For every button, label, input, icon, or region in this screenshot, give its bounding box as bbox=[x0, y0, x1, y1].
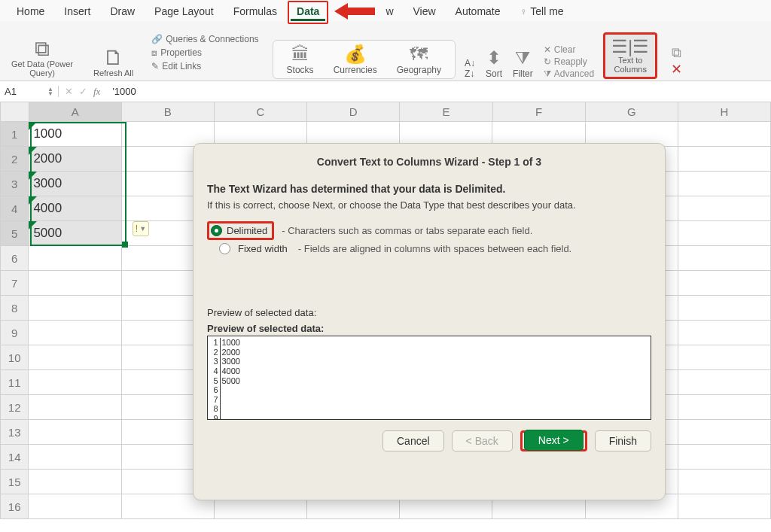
text-to-columns-button[interactable]: ☰|☰ Text to Columns bbox=[608, 36, 652, 75]
radio-delimited[interactable] bbox=[211, 225, 222, 236]
col-head-H[interactable]: H bbox=[678, 102, 771, 122]
col-head-F[interactable]: F bbox=[493, 102, 586, 122]
next-button[interactable]: Next > bbox=[524, 430, 584, 451]
cell[interactable] bbox=[29, 321, 121, 345]
cancel-button[interactable]: Cancel bbox=[382, 430, 444, 451]
col-head-C[interactable]: C bbox=[215, 102, 307, 122]
col-head-A[interactable]: A bbox=[29, 102, 122, 122]
row-head[interactable]: 12 bbox=[0, 395, 29, 420]
row-head[interactable]: 2 bbox=[0, 147, 29, 172]
cell-A2[interactable]: 2000 bbox=[29, 147, 121, 172]
row-head[interactable]: 8 bbox=[0, 296, 29, 321]
cell[interactable] bbox=[678, 494, 771, 519]
radio-delimited-desc: - Characters such as commas or tabs sepa… bbox=[282, 225, 532, 236]
accept-formula-icon[interactable]: ✓ bbox=[79, 86, 87, 97]
cell[interactable] bbox=[678, 321, 771, 345]
group-data-tools-extra[interactable]: ⧉ ✕ bbox=[666, 26, 687, 79]
queries-connections-button[interactable]: 🔗Queries & Connections bbox=[151, 34, 258, 44]
row-head[interactable]: 4 bbox=[0, 196, 29, 221]
cell-A3[interactable]: 3000 bbox=[29, 172, 121, 196]
row-head[interactable]: 9 bbox=[0, 321, 29, 345]
cell[interactable] bbox=[678, 122, 771, 147]
error-smart-tag[interactable]: !▼ bbox=[133, 221, 149, 236]
row-head[interactable]: 16 bbox=[0, 494, 29, 519]
cell[interactable] bbox=[29, 395, 121, 420]
data-type-currencies[interactable]: 💰Currencies bbox=[334, 44, 377, 75]
radio-fixed-row[interactable]: Fixed width - Fields are aligned in colu… bbox=[207, 243, 651, 254]
group-get-data[interactable]: ⧉ Get Data (Power Query) bbox=[5, 26, 80, 79]
tab-page-layout[interactable]: Page Layout bbox=[145, 2, 223, 23]
row-head[interactable]: 5 bbox=[0, 221, 29, 246]
tab-home[interactable]: Home bbox=[8, 2, 53, 23]
cell[interactable] bbox=[29, 470, 121, 494]
reapply-button[interactable]: ↻Reapply bbox=[544, 56, 594, 67]
row-head[interactable]: 11 bbox=[0, 370, 29, 395]
group-refresh-all[interactable]: 🗋 Refresh All bbox=[89, 26, 138, 79]
name-box-stepper[interactable]: ▲▼ bbox=[47, 87, 53, 96]
cell[interactable] bbox=[29, 246, 121, 271]
cell[interactable] bbox=[678, 246, 771, 271]
row-head[interactable]: 14 bbox=[0, 445, 29, 470]
data-type-geography[interactable]: 🗺Geography bbox=[397, 44, 441, 75]
clear-filter-button[interactable]: ✕Clear bbox=[544, 44, 594, 55]
advanced-button[interactable]: ⧩Advanced bbox=[544, 68, 594, 79]
cell-A1[interactable]: 1000 bbox=[29, 122, 121, 147]
cell[interactable] bbox=[29, 370, 121, 395]
finish-button[interactable]: Finish bbox=[595, 430, 651, 451]
fx-icon[interactable]: fx bbox=[93, 86, 100, 98]
edit-links-button[interactable]: ✎Edit Links bbox=[151, 61, 201, 71]
tab-draw[interactable]: Draw bbox=[101, 2, 144, 23]
sort-az-button[interactable]: A↓Z↓ bbox=[465, 58, 475, 79]
row-head[interactable]: 7 bbox=[0, 271, 29, 296]
cell[interactable] bbox=[678, 420, 771, 445]
row-head[interactable]: 10 bbox=[0, 345, 29, 370]
back-button[interactable]: < Back bbox=[452, 430, 513, 451]
col-head-E[interactable]: E bbox=[400, 102, 492, 122]
sort-button[interactable]: ⬍Sort bbox=[486, 47, 502, 79]
cell[interactable] bbox=[678, 221, 771, 246]
cell[interactable] bbox=[29, 420, 121, 445]
tab-view[interactable]: View bbox=[404, 2, 445, 23]
col-head-B[interactable]: B bbox=[122, 102, 215, 122]
row-head[interactable]: 6 bbox=[0, 246, 29, 271]
tab-tell-me[interactable]: ♀Tell me bbox=[511, 2, 573, 23]
cell[interactable] bbox=[678, 271, 771, 296]
tab-review-obscured[interactable]: w bbox=[376, 2, 402, 23]
row-head[interactable]: 13 bbox=[0, 420, 29, 445]
select-all-corner[interactable] bbox=[0, 102, 29, 122]
cell[interactable] bbox=[678, 147, 771, 172]
row-head[interactable]: 3 bbox=[0, 172, 29, 196]
cell[interactable] bbox=[29, 271, 121, 296]
cell[interactable] bbox=[29, 494, 121, 519]
cell[interactable] bbox=[29, 445, 121, 470]
cell[interactable] bbox=[678, 296, 771, 321]
cell[interactable] bbox=[29, 296, 121, 321]
cancel-formula-icon[interactable]: ✕ bbox=[65, 86, 73, 97]
tab-insert[interactable]: Insert bbox=[55, 2, 99, 23]
row-head[interactable]: 1 bbox=[0, 122, 29, 147]
tab-data[interactable]: Data bbox=[291, 4, 325, 21]
cell[interactable] bbox=[678, 395, 771, 420]
cell[interactable] bbox=[678, 196, 771, 221]
formula-input[interactable]: '1000 bbox=[106, 86, 771, 97]
tab-formulas[interactable]: Formulas bbox=[224, 2, 286, 23]
preview-box[interactable]: 11000 22000 33000 44000 55000 6 7 8 9 bbox=[207, 336, 651, 420]
cell[interactable] bbox=[678, 172, 771, 196]
cell-A4[interactable]: 4000 bbox=[29, 196, 121, 221]
row-head[interactable]: 15 bbox=[0, 470, 29, 494]
col-head-G[interactable]: G bbox=[586, 102, 678, 122]
col-head-D[interactable]: D bbox=[307, 102, 400, 122]
cell[interactable] bbox=[678, 470, 771, 494]
cell[interactable] bbox=[678, 345, 771, 370]
cell[interactable] bbox=[678, 445, 771, 470]
tab-automate[interactable]: Automate bbox=[446, 2, 510, 23]
cell[interactable] bbox=[678, 370, 771, 395]
name-box[interactable]: A1 ▲▼ bbox=[0, 86, 59, 97]
radio-delimited-row[interactable]: Delimited - Characters such as commas or… bbox=[207, 221, 651, 240]
radio-fixed-width[interactable] bbox=[219, 243, 230, 254]
properties-button[interactable]: ⧈Properties bbox=[151, 47, 202, 58]
data-type-stocks[interactable]: 🏛Stocks bbox=[287, 44, 314, 75]
cell[interactable] bbox=[29, 345, 121, 370]
filter-button[interactable]: ⧩Filter bbox=[513, 47, 533, 79]
cell-A5[interactable]: 5000 bbox=[29, 221, 121, 246]
